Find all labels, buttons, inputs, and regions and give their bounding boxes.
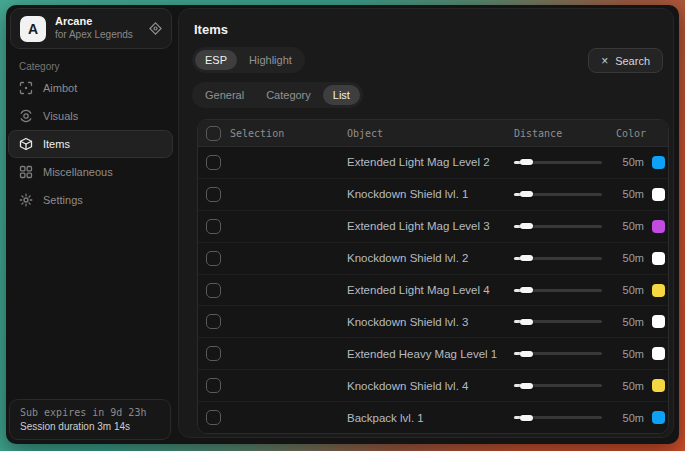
sidebar-menu: AimbotVisualsItemsMiscellaneousSettings (8, 74, 173, 214)
table-row: Knockdown Shield lvl. 350m (198, 305, 668, 337)
tab-category[interactable]: Category (256, 85, 321, 105)
distance-slider[interactable] (514, 347, 602, 361)
sidebar-item-visuals[interactable]: Visuals (8, 102, 173, 130)
column-header-color: Color (616, 128, 660, 139)
distance-slider[interactable] (514, 411, 602, 425)
gear-icon (19, 193, 33, 207)
visuals-icon (19, 109, 33, 123)
distance-slider[interactable] (514, 219, 602, 233)
distance-value: 50m (606, 252, 644, 264)
subscription-info-box: Sub expires in 9d 23h Session duration 3… (9, 399, 171, 440)
sidebar-item-settings[interactable]: Settings (8, 186, 173, 214)
sidebar-item-label: Visuals (43, 110, 78, 122)
column-header-distance: Distance (514, 128, 616, 139)
distance-slider[interactable] (514, 187, 602, 201)
distance-value: 50m (606, 188, 644, 200)
distance-value: 50m (606, 284, 644, 296)
row-checkbox[interactable] (206, 251, 221, 266)
object-name: Extended Heavy Mag Level 1 (347, 348, 514, 360)
object-name: Extended Light Mag Level 4 (347, 284, 514, 296)
crosshair-icon (19, 81, 33, 95)
color-swatch[interactable] (652, 315, 665, 328)
tab-list[interactable]: List (323, 85, 360, 105)
tab-esp[interactable]: ESP (195, 50, 237, 70)
distance-slider[interactable] (514, 283, 602, 297)
sidebar: A Arcane for Apex Legends Category Aimbo… (6, 5, 178, 444)
sidebar-item-label: Miscellaneous (43, 166, 113, 178)
object-name: Knockdown Shield lvl. 1 (347, 188, 514, 200)
distance-value: 50m (606, 156, 644, 168)
mode-tab-group: ESPHighlight (192, 47, 305, 73)
distance-slider[interactable] (514, 315, 602, 329)
app-subtitle: for Apex Legends (55, 29, 140, 42)
object-name: Knockdown Shield lvl. 4 (347, 380, 514, 392)
distance-slider[interactable] (514, 251, 602, 265)
app-header-card: A Arcane for Apex Legends (10, 8, 172, 49)
row-checkbox[interactable] (206, 283, 221, 298)
sidebar-item-miscellaneous[interactable]: Miscellaneous (8, 158, 173, 186)
color-swatch[interactable] (652, 156, 665, 169)
color-swatch[interactable] (652, 188, 665, 201)
table-row: Extended Light Mag Level 450m (198, 274, 668, 306)
color-swatch[interactable] (652, 347, 665, 360)
distance-value: 50m (606, 220, 644, 232)
row-checkbox[interactable] (206, 378, 221, 393)
distance-slider[interactable] (514, 379, 602, 393)
view-tab-group: GeneralCategoryList (192, 82, 363, 108)
distance-slider[interactable] (514, 155, 602, 169)
tab-general[interactable]: General (195, 85, 254, 105)
row-checkbox[interactable] (206, 155, 221, 170)
color-swatch[interactable] (652, 220, 665, 233)
sub-expiry-text: Sub expires in 9d 23h (20, 406, 160, 420)
distance-value: 50m (606, 412, 644, 424)
object-name: Knockdown Shield lvl. 3 (347, 316, 514, 328)
sidebar-section-label: Category (19, 61, 60, 72)
table-row: Extended Heavy Mag Level 150m (198, 337, 668, 369)
session-duration-text: Session duration 3m 14s (20, 420, 160, 434)
sidebar-item-label: Settings (43, 194, 83, 206)
table-row: Extended Light Mag Level 250m (198, 147, 668, 178)
items-icon (19, 137, 33, 151)
color-swatch[interactable] (652, 411, 665, 424)
app-logo: A (20, 16, 46, 42)
app-window: A Arcane for Apex Legends Category Aimbo… (6, 5, 679, 444)
color-swatch[interactable] (652, 252, 665, 265)
color-swatch[interactable] (652, 284, 665, 297)
page-title: Items (194, 22, 228, 37)
close-icon: × (601, 55, 608, 67)
main-panel: Items ESPHighlight × Search GeneralCateg… (178, 8, 674, 438)
object-name: Backpack lvl. 1 (347, 412, 514, 424)
search-button-label: Search (615, 55, 650, 67)
table-row: Knockdown Shield lvl. 150m (198, 178, 668, 210)
column-header-object: Object (347, 128, 514, 139)
table-row: Knockdown Shield lvl. 450m (198, 369, 668, 401)
object-name: Knockdown Shield lvl. 2 (347, 252, 514, 264)
row-checkbox[interactable] (206, 410, 221, 425)
app-name: Arcane (55, 15, 140, 29)
row-checkbox[interactable] (206, 187, 221, 202)
distance-value: 50m (606, 316, 644, 328)
grid-icon (19, 165, 33, 179)
sidebar-item-label: Aimbot (43, 82, 77, 94)
select-all-checkbox[interactable] (206, 126, 221, 141)
items-table: Selection Object Distance Color Extended… (197, 119, 669, 434)
sidebar-item-aimbot[interactable]: Aimbot (8, 74, 173, 102)
table-row: Extended Light Mag Level 350m (198, 210, 668, 242)
distance-value: 50m (606, 380, 644, 392)
object-name: Extended Light Mag Level 3 (347, 220, 514, 232)
row-checkbox[interactable] (206, 219, 221, 234)
table-row: Backpack lvl. 150m (198, 401, 668, 433)
column-header-selection: Selection (230, 128, 347, 139)
table-body: Extended Light Mag Level 250mKnockdown S… (198, 147, 668, 433)
object-name: Extended Light Mag Level 2 (347, 156, 514, 168)
compass-badge-icon[interactable] (149, 22, 162, 35)
row-checkbox[interactable] (206, 314, 221, 329)
row-checkbox[interactable] (206, 346, 221, 361)
sidebar-item-label: Items (43, 138, 70, 150)
table-header: Selection Object Distance Color (198, 120, 668, 147)
search-button[interactable]: × Search (588, 48, 663, 73)
table-row: Knockdown Shield lvl. 250m (198, 242, 668, 274)
tab-highlight[interactable]: Highlight (239, 50, 302, 70)
sidebar-item-items[interactable]: Items (8, 130, 173, 158)
color-swatch[interactable] (652, 379, 665, 392)
